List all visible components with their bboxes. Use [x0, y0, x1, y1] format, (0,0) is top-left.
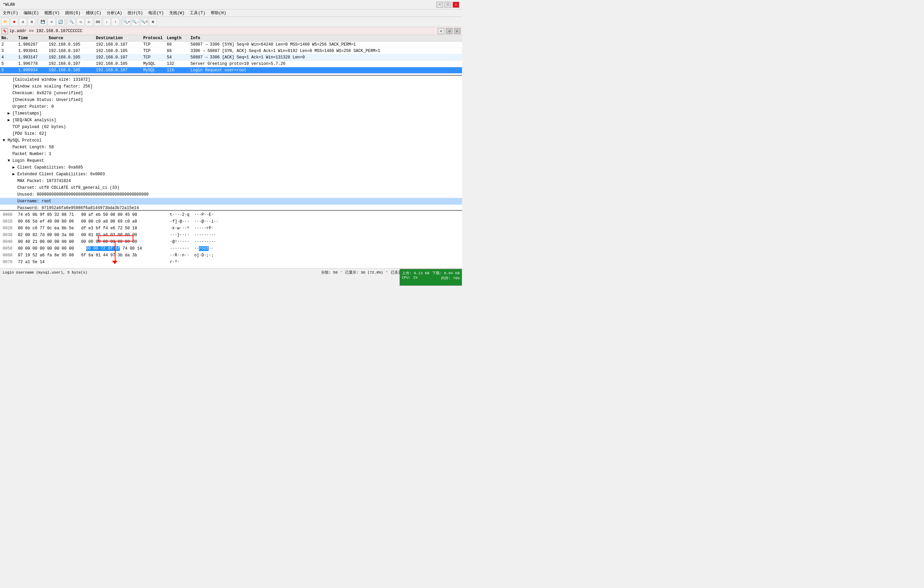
detail-line: Unused: 00000000000000000000000000000000… — [0, 191, 462, 198]
cell-dst: 192.168.0.107 — [94, 41, 142, 48]
toolbar-prev-search[interactable]: ◁ — [76, 18, 84, 26]
menu-view[interactable]: 视图(V) — [41, 10, 63, 17]
cell-len: 54 — [165, 55, 189, 61]
cell-src: 192.168.0.105 — [47, 67, 94, 73]
status-groups: 分组: 50 — [321, 270, 337, 275]
hex-ascii: ·@!····· ········· — [170, 239, 216, 245]
detail-line: Packet Length: 58 — [0, 144, 462, 150]
menu-edit[interactable]: 编辑(E) — [21, 10, 42, 17]
detail-line[interactable]: ▼ MySQL Protocol — [0, 137, 462, 144]
filter-clear[interactable]: ✕ — [438, 28, 444, 34]
detail-line: [Window size scaling factor: 256] — [0, 83, 462, 90]
detail-line: TCP payload (62 bytes) — [0, 124, 462, 130]
packet-list: No. Time Source Destination Protocol Len… — [0, 35, 462, 76]
hex-ascii: ···}··:· ········· — [170, 232, 216, 238]
packet-row-4[interactable]: 4 1.993147 192.168.0.105 192.168.0.107 T… — [0, 55, 462, 61]
cell-time: 1.993147 — [17, 55, 47, 61]
menu-tools[interactable]: 工具(T) — [187, 10, 208, 17]
packet-row-2[interactable]: 2 1.986287 192.168.0.105 192.168.0.107 T… — [0, 41, 462, 48]
toolbar-go[interactable]: GO — [94, 18, 102, 26]
toolbar-reload[interactable]: 🔄 — [56, 18, 64, 26]
detail-line[interactable]: ▶ Client Capabilities: 0xa685 — [0, 164, 462, 171]
maximize-button[interactable]: □ — [444, 2, 451, 8]
menu-analyze[interactable]: 分析(A) — [104, 10, 125, 17]
toolbar-sep-2 — [66, 18, 66, 25]
net-mem-label: 内存: 79% — [441, 276, 460, 281]
menu-capture[interactable]: 捕状(C) — [83, 10, 104, 17]
title-bar: *WLAN ─ □ ✕ — [0, 0, 462, 10]
toolbar-save[interactable]: 💾 — [39, 18, 47, 26]
close-button[interactable]: ✕ — [452, 2, 459, 8]
status-bar: Login Username (mysql.user), 5 byte(s) 分… — [0, 268, 462, 276]
menu-help[interactable]: 帮助(H) — [208, 10, 229, 17]
detail-line[interactable]: ▶ [SEQ/ACK analysis] — [0, 117, 462, 124]
detail-line: [PDU Size: 62] — [0, 130, 462, 137]
hex-offset: 0010 — [3, 218, 18, 225]
toolbar-search[interactable]: 🔍 — [68, 18, 76, 26]
toolbar-open[interactable]: 📁 — [2, 18, 10, 26]
detail-line[interactable]: ▶ [Timestamps] — [0, 110, 462, 117]
filter-bookmark[interactable]: 🔖 — [2, 28, 8, 34]
toolbar-options[interactable]: ⚙ — [28, 18, 36, 26]
packet-row-3[interactable]: 3 1.993041 192.168.0.107 192.168.0.105 T… — [0, 48, 462, 55]
cell-proto: MySQL — [142, 61, 165, 67]
toolbar-zoom-reset[interactable]: 🔍= — [140, 18, 148, 26]
cell-time: 1.993041 — [17, 48, 47, 54]
hex-row-6: 0060 07 19 52 a6 fa 6e 95 08 6f 6a 81 44… — [0, 252, 462, 259]
packet-row-6[interactable]: 6 1.996934 192.168.0.105 192.168.0.107 M… — [0, 67, 462, 74]
cell-dst: 192.168.0.105 — [94, 61, 142, 67]
menu-wireless[interactable]: 无线(W) — [167, 10, 187, 17]
cell-src: 192.168.0.105 — [47, 41, 94, 48]
detail-line: [Checksum Status: Unverified] — [0, 97, 462, 103]
hex-ascii: ··R··n·· oj·D·;·; — [170, 252, 214, 258]
filter-input[interactable]: ip.addr == 192.168.0.107CCCCCC — [10, 29, 436, 33]
hex-highlight: 00 — [93, 246, 101, 251]
cell-src: 192.168.0.107 — [47, 61, 94, 67]
toolbar: 📁 ■ ↺ ⚙ 💾 ✕ 🔄 🔍 ◁ ▷ GO ↓ ↑ 🔍+ 🔍- 🔍= ⊞ — [0, 17, 462, 27]
menu-jump[interactable]: 跳转(G) — [63, 10, 83, 17]
toolbar-layout[interactable]: ⊞ — [149, 18, 157, 26]
hex-offset: 0020 — [3, 225, 18, 231]
hex-bytes: 00 00 00 00 00 00 00 00 00 00 72 6f 6f 7… — [18, 246, 170, 252]
hex-offset: 0070 — [3, 259, 18, 265]
hex-bytes: 02 00 82 7d 00 00 3a 00 00 01 85 a6 03 0… — [18, 232, 170, 238]
hex-ascii: ········ ··root·· — [170, 246, 214, 252]
hex-offset: 0000 — [3, 212, 18, 218]
cell-info: Server Greeting proto=10 version=5.7.26 — [189, 61, 462, 67]
cell-len: 116 — [165, 67, 189, 73]
toolbar-zoom-in[interactable]: 🔍+ — [122, 18, 131, 26]
toolbar-next-search[interactable]: ▷ — [85, 18, 93, 26]
cell-proto: MySQL — [142, 67, 165, 73]
cell-no: 3 — [0, 48, 17, 54]
hex-row-7: 0070 72 a1 5e 14 r·^· — [0, 259, 462, 266]
minimize-button[interactable]: ─ — [436, 2, 443, 8]
detail-line[interactable]: ▼ Login Request — [0, 157, 462, 164]
cell-info: 50807 → 3306 [ACK] Seq=1 Ack=1 Win=13132… — [189, 55, 462, 61]
net-download-label: 下载: 0.64 KB — [432, 271, 460, 276]
hex-offset: 0050 — [3, 246, 18, 252]
toolbar-stop[interactable]: ■ — [10, 18, 18, 26]
filter-next[interactable]: ▷ — [454, 28, 460, 34]
menu-phone[interactable]: 电话(Y) — [145, 10, 167, 17]
menu-stats[interactable]: 统计(S) — [125, 10, 146, 17]
hex-offset: 0060 — [3, 252, 18, 258]
toolbar-zoom-out[interactable]: 🔍- — [131, 18, 139, 26]
packet-row-5[interactable]: 5 1.996778 192.168.0.107 192.168.0.105 M… — [0, 61, 462, 67]
status-displayed: 已显示: 36 (72.0%) — [345, 270, 383, 275]
hex-bytes: 00 6b c6 77 0c ea 8b 5e df e3 bf f4 e6 7… — [18, 225, 170, 231]
status-left: Login Username (mysql.user), 5 byte(s) — [2, 271, 321, 274]
net-upload-row: 上传: 0.13 KB 下载: 0.64 KB — [402, 271, 460, 276]
cell-len: 132 — [165, 61, 189, 67]
detail-line[interactable]: ▶ Extended Client Capabilities: 0x0003 — [0, 171, 462, 178]
toolbar-down[interactable]: ↓ — [103, 18, 111, 26]
toolbar-up[interactable]: ↑ — [111, 18, 120, 26]
toolbar-restart[interactable]: ↺ — [19, 18, 27, 26]
col-header-len: Length — [165, 35, 189, 41]
toolbar-close[interactable]: ✕ — [48, 18, 56, 26]
hex-highlight: 6f — [108, 246, 115, 251]
cell-proto: TCP — [142, 55, 165, 61]
filter-prev[interactable]: ◁ — [446, 28, 452, 34]
menu-file[interactable]: 文件(F) — [0, 10, 21, 17]
col-header-info: Info — [189, 35, 462, 41]
detail-line: Urgent Pointer: 0 — [0, 103, 462, 110]
